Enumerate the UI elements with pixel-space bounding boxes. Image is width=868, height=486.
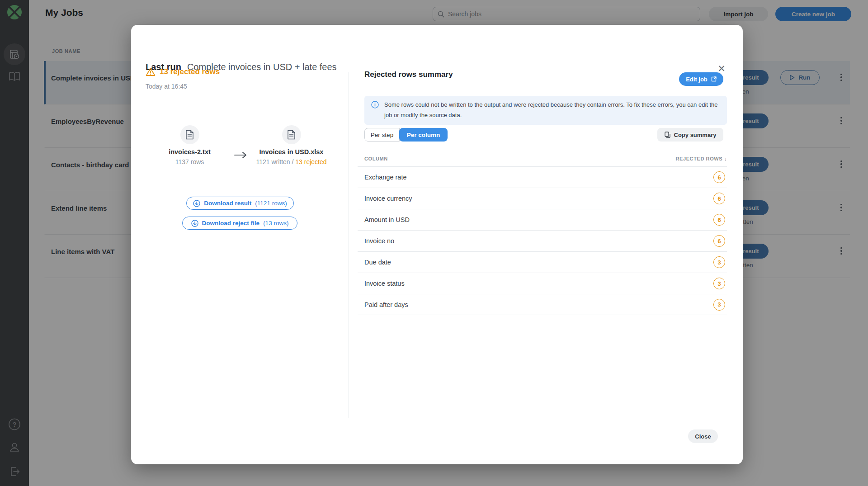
file-flow: invoices-2.txt 1137 rows Invoices in USD… [150,125,331,165]
summary-column-name: Amount in USD [364,216,410,223]
summary-column-name: Exchange rate [364,174,407,181]
info-icon [371,101,379,109]
info-banner: Some rows could not be written to the ou… [364,96,727,125]
summary-table-header: COLUMN REJECTED ROWS ↓ [364,156,727,161]
summary-column-name: Invoice status [364,280,405,287]
summary-table: Exchange rate6Invoice currency6Amount in… [358,166,727,315]
rejected-count-badge: 6 [713,171,725,183]
per-column-tab[interactable]: Per column [399,128,448,142]
column-header: COLUMN [364,156,388,161]
rejected-rows-header[interactable]: REJECTED ROWS ↓ [675,156,727,161]
target-file-card: Invoices in USD.xlsx 1121 written / 13 r… [252,125,331,165]
download-reject-file-button[interactable]: Download reject file(13 rows) [182,217,297,230]
rejected-count-text: 13 rejected [295,158,326,165]
arrow-right-icon [234,151,247,159]
info-banner-text: Some rows could not be written to the ou… [384,101,718,118]
summary-row[interactable]: Amount in USD6 [358,209,727,230]
rejected-count-badge: 6 [713,235,725,247]
rejected-count-badge: 3 [713,256,725,268]
copy-summary-button[interactable]: Copy summary [657,128,723,142]
summary-row[interactable]: Paid after days3 [358,294,727,315]
summary-column-name: Paid after days [364,301,408,308]
summary-row[interactable]: Invoice currency6 [358,188,727,209]
rejected-count-badge: 3 [713,299,725,311]
sort-desc-icon: ↓ [724,156,727,161]
source-file-name: invoices-2.txt [169,148,211,156]
rejected-summary-heading: Rejected rows summary [364,70,453,79]
source-file-card: invoices-2.txt 1137 rows [150,125,229,165]
external-link-icon [711,76,717,82]
run-timestamp: Today at 16:45 [146,83,187,90]
file-icon [282,125,301,144]
summary-row[interactable]: Invoice no6 [358,230,727,251]
last-run-dialog: Last run Complete invoices in USD + late… [131,25,743,464]
panel-divider [349,72,349,418]
file-icon [180,125,199,144]
close-button[interactable]: Close [688,429,718,443]
summary-row[interactable]: Exchange rate6 [358,166,727,188]
target-file-name: Invoices in USD.xlsx [259,148,324,156]
rejected-rows-headline: 13 rejected rows [160,67,220,76]
rejected-count-badge: 6 [713,214,725,226]
summary-column-name: Invoice currency [364,195,412,202]
summary-row[interactable]: Invoice status3 [358,273,727,294]
summary-row[interactable]: Due date3 [358,251,727,273]
download-result-button[interactable]: Download result(1121 rows) [186,197,294,210]
warning-icon [146,67,156,76]
summary-column-name: Due date [364,259,391,266]
rejected-count-badge: 3 [713,278,725,289]
rejected-count-badge: 6 [713,193,725,204]
summary-column-name: Invoice no [364,237,394,245]
target-file-meta: 1121 written / 13 rejected [256,158,326,165]
source-file-meta: 1137 rows [175,158,204,165]
edit-job-button[interactable]: Edit job [679,72,723,86]
app-root: My Jobs Import job Create new job JOB NA… [0,0,868,486]
per-step-tab[interactable]: Per step [364,128,400,142]
copy-icon [665,132,670,138]
summary-view-toggle: Per step Per column [364,128,448,142]
